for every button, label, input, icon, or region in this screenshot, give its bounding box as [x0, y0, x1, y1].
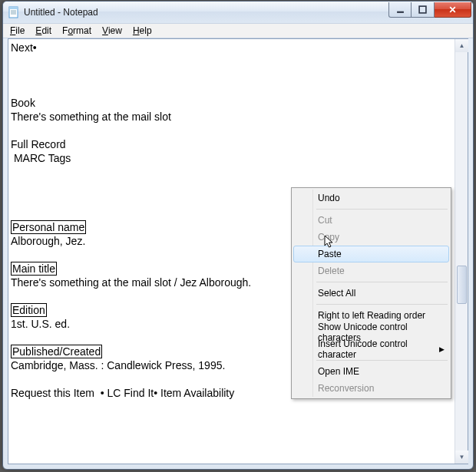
- vertical-scrollbar[interactable]: ▲ ▼: [455, 39, 468, 464]
- context-paste[interactable]: Paste: [293, 246, 449, 262]
- notepad-icon: [8, 6, 20, 18]
- scroll-down-arrow[interactable]: ▼: [455, 451, 468, 464]
- context-delete: Delete: [293, 262, 449, 279]
- menu-format[interactable]: Format: [57, 24, 97, 38]
- window-title: Untitled - Notepad: [24, 7, 98, 18]
- menu-help[interactable]: Help: [127, 24, 157, 38]
- context-cut: Cut: [293, 212, 449, 229]
- submenu-arrow-icon: ▶: [439, 345, 445, 353]
- label-edition: Edition: [11, 303, 47, 317]
- bullet-icon: •: [33, 41, 37, 54]
- context-insert-unicode[interactable]: Insert Unicode control character▶: [293, 341, 449, 358]
- maximize-button[interactable]: [412, 2, 435, 18]
- menu-edit[interactable]: Edit: [30, 24, 57, 38]
- menubar: File Edit Format View Help: [3, 23, 473, 38]
- minimize-button[interactable]: [388, 2, 412, 18]
- close-button[interactable]: [435, 2, 471, 18]
- context-menu: Undo Cut Copy Paste Delete Select All Ri…: [291, 187, 451, 399]
- svg-rect-1: [9, 7, 18, 9]
- scroll-thumb[interactable]: [457, 266, 467, 304]
- menu-file[interactable]: File: [5, 24, 30, 38]
- svg-rect-5: [397, 12, 404, 13]
- svg-rect-6: [419, 6, 426, 13]
- label-published-created: Published/Created: [11, 345, 102, 358]
- context-copy: Copy: [293, 229, 449, 246]
- menu-view[interactable]: View: [97, 24, 127, 38]
- label-main-title: Main title: [11, 262, 57, 276]
- window-controls: [388, 2, 471, 18]
- context-open-ime[interactable]: Open IME: [293, 363, 449, 380]
- label-personal-name: Personal name: [11, 220, 86, 234]
- scroll-up-arrow[interactable]: ▲: [455, 39, 468, 52]
- titlebar[interactable]: Untitled - Notepad: [3, 2, 473, 23]
- context-undo[interactable]: Undo: [293, 190, 449, 206]
- context-select-all[interactable]: Select All: [293, 285, 449, 302]
- context-reconversion: Reconversion: [293, 380, 449, 397]
